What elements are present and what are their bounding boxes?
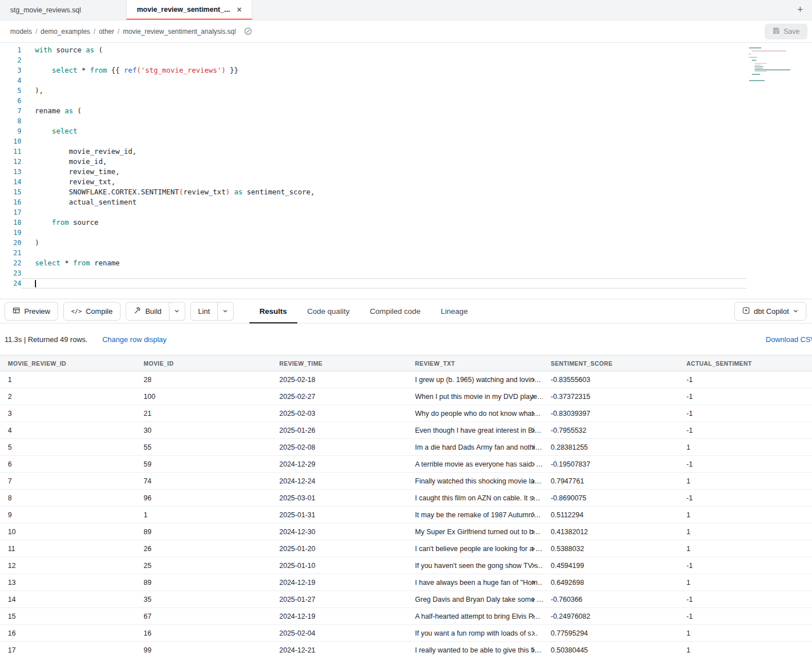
cell-review_time: 2024-12-19: [271, 612, 407, 620]
cell-sentiment_score: 0.77595294: [543, 629, 679, 637]
code-line-12[interactable]: 12 movie_id,: [2, 157, 812, 167]
cell-movie_id: 59: [136, 460, 271, 468]
cell-actual_sentiment: 1: [679, 443, 812, 451]
cell-review_time: 2024-12-19: [271, 579, 407, 587]
tab-lineage[interactable]: Lineage: [431, 299, 478, 323]
cell-actual_sentiment: -1: [679, 612, 812, 620]
cell-movie_review_id: 17: [0, 646, 136, 654]
cell-movie_review_id: 10: [0, 528, 136, 536]
new-tab-button[interactable]: +: [793, 3, 807, 17]
close-icon[interactable]: ×: [237, 6, 242, 14]
line-number: 23: [2, 268, 21, 278]
compile-label: Compile: [86, 307, 113, 316]
code-line-4[interactable]: 4: [2, 76, 812, 86]
code-text: review_time,: [21, 167, 747, 177]
expand-review-icon[interactable]: [530, 614, 536, 619]
cell-review_txt: Why do people who do not know what…: [407, 410, 543, 418]
download-csv-link[interactable]: Download CSV: [766, 335, 812, 344]
code-text: [21, 136, 747, 147]
code-line-21[interactable]: 21: [2, 248, 812, 258]
tab-compiled-code[interactable]: Compiled code: [360, 299, 431, 323]
line-number: 3: [2, 65, 21, 76]
minimap[interactable]: [749, 47, 787, 85]
code-text: movie_review_id,: [21, 147, 747, 157]
table-row: 5552025-02-08Im a die hard Dads Army fan…: [0, 439, 812, 456]
expand-review-icon[interactable]: [530, 512, 536, 518]
expand-review-icon[interactable]: [530, 478, 536, 484]
cell-movie_id: 89: [136, 528, 271, 536]
lint-split-button: Lint: [190, 302, 234, 321]
line-number: 24: [2, 278, 21, 288]
save-button[interactable]: Save: [765, 24, 808, 39]
build-label: Build: [145, 307, 162, 316]
code-line-10[interactable]: 10: [2, 136, 812, 147]
table-row: 7742024-12-24Finally watched this shocki…: [0, 473, 812, 490]
code-line-17[interactable]: 17: [2, 207, 812, 217]
cell-actual_sentiment: -1: [679, 494, 812, 502]
cell-movie_review_id: 13: [0, 579, 136, 587]
line-number: 2: [2, 55, 21, 65]
expand-review-icon[interactable]: [530, 428, 536, 433]
expand-review-icon[interactable]: [530, 580, 536, 585]
code-editor[interactable]: 1with source as (23 select * from {{ ref…: [0, 43, 812, 299]
code-line-7[interactable]: 7rename as (: [2, 106, 812, 116]
expand-review-icon[interactable]: [530, 377, 536, 383]
expand-review-icon[interactable]: [530, 631, 536, 636]
code-line-18[interactable]: 18 from source: [2, 217, 812, 228]
code-line-23[interactable]: 23: [2, 268, 812, 278]
cell-movie_review_id: 6: [0, 460, 136, 468]
tab-movie-review-sentiment[interactable]: movie_review_sentiment_... ×: [126, 0, 252, 20]
cell-actual_sentiment: 1: [679, 545, 812, 553]
code-line-19[interactable]: 19: [2, 228, 812, 238]
build-dropdown-button[interactable]: [169, 302, 185, 321]
cell-sentiment_score: -0.83039397: [543, 410, 679, 418]
lint-button[interactable]: Lint: [190, 302, 218, 321]
expand-review-icon[interactable]: [530, 647, 536, 653]
code-line-3[interactable]: 3 select * from {{ ref('stg_movie_review…: [2, 65, 812, 76]
table-row: 3212025-02-03Why do people who do not kn…: [0, 405, 812, 422]
code-line-11[interactable]: 11 movie_review_id,: [2, 147, 812, 157]
code-line-24[interactable]: 24: [2, 278, 812, 288]
expand-review-icon[interactable]: [530, 597, 536, 602]
code-line-2[interactable]: 2: [2, 55, 812, 65]
lint-label: Lint: [198, 307, 210, 316]
tab-stg-movie-reviews[interactable]: stg_movie_reviews.sql: [0, 0, 126, 20]
code-text: [21, 55, 747, 65]
tab-results[interactable]: Results: [249, 299, 297, 323]
tab-code-quality[interactable]: Code quality: [297, 299, 360, 323]
code-line-6[interactable]: 6: [2, 96, 812, 106]
dbt-copilot-button[interactable]: dbt Copilot: [734, 302, 806, 321]
change-row-display-link[interactable]: Change row display: [102, 335, 167, 344]
expand-review-icon[interactable]: [530, 529, 536, 535]
code-line-1[interactable]: 1with source as (: [2, 45, 812, 55]
preview-button[interactable]: Preview: [5, 302, 58, 321]
code-line-20[interactable]: 20): [2, 238, 812, 248]
preview-label: Preview: [24, 307, 50, 316]
code-line-13[interactable]: 13 review_time,: [2, 167, 812, 177]
code-line-14[interactable]: 14 review_txt,: [2, 177, 812, 187]
results-table-header: MOVIE_REVIEW_IDMOVIE_IDREVIEW_TIMEREVIEW…: [0, 355, 812, 371]
code-line-16[interactable]: 16 actual_sentiment: [2, 197, 812, 207]
expand-review-icon[interactable]: [530, 495, 536, 501]
cell-sentiment_score: -0.19507837: [543, 460, 679, 468]
expand-review-icon[interactable]: [530, 461, 536, 467]
code-text: SNOWFLAKE.CORTEX.SENTIMENT(review_txt) a…: [21, 187, 747, 197]
cell-sentiment_score: -0.83555603: [543, 376, 679, 384]
lint-dropdown-button[interactable]: [218, 302, 234, 321]
build-button[interactable]: Build: [126, 302, 169, 321]
cell-sentiment_score: 0.7947761: [543, 477, 679, 485]
code-text: select: [21, 126, 747, 136]
code-line-15[interactable]: 15 SNOWFLAKE.CORTEX.SENTIMENT(review_txt…: [2, 187, 812, 197]
expand-review-icon[interactable]: [530, 445, 536, 450]
code-line-22[interactable]: 22select * from rename: [2, 258, 812, 268]
expand-review-icon[interactable]: [530, 546, 536, 552]
expand-review-icon[interactable]: [530, 411, 536, 416]
compile-button[interactable]: </> Compile: [63, 302, 121, 321]
save-icon: [773, 27, 780, 36]
code-line-5[interactable]: 5),: [2, 86, 812, 96]
expand-review-icon[interactable]: [530, 563, 536, 569]
cell-sentiment_score: 0.5388032: [543, 545, 679, 553]
code-line-8[interactable]: 8: [2, 116, 812, 126]
code-line-9[interactable]: 9 select: [2, 126, 812, 136]
expand-review-icon[interactable]: [530, 394, 536, 399]
